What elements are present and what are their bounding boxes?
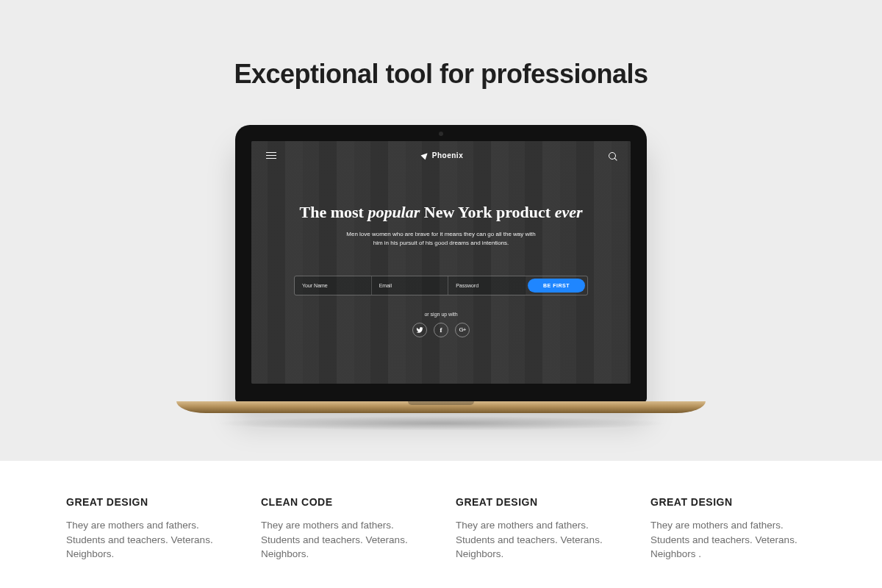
feature-body: They are mothers and fathers. Students a… xyxy=(66,518,232,562)
laptop-shadow xyxy=(213,416,669,431)
signup-with-label: or sign up with xyxy=(281,312,601,317)
google-plus-icon[interactable]: G+ xyxy=(455,323,470,337)
camera-dot xyxy=(439,132,443,136)
feature-title: GREAT DESIGN xyxy=(456,496,621,508)
social-buttons: f G+ xyxy=(281,323,601,337)
name-input[interactable]: Your Name xyxy=(295,276,372,295)
laptop-mockup: Phoenix The most popular New York produc… xyxy=(176,125,706,431)
laptop-screen: Phoenix The most popular New York produc… xyxy=(251,141,631,384)
feature-column: GREAT DESIGNThey are mothers and fathers… xyxy=(456,496,621,562)
search-icon[interactable] xyxy=(609,152,616,159)
hamburger-icon[interactable] xyxy=(266,152,276,159)
screen-hero-title: The most popular New York product ever xyxy=(281,202,601,223)
feature-title: GREAT DESIGN xyxy=(650,496,816,508)
signup-button[interactable]: BE FIRST xyxy=(528,279,585,293)
twitter-icon[interactable] xyxy=(412,323,427,337)
brand-logo[interactable]: Phoenix xyxy=(422,151,463,159)
screen-topbar: Phoenix xyxy=(251,141,631,159)
feature-title: CLEAN CODE xyxy=(261,496,426,508)
facebook-icon[interactable]: f xyxy=(434,323,448,337)
email-input[interactable]: Email xyxy=(372,276,449,295)
page-title: Exceptional tool for professionals xyxy=(0,0,882,90)
feature-body: They are mothers and fathers. Students a… xyxy=(456,518,621,562)
feature-column: CLEAN CODEThey are mothers and fathers. … xyxy=(261,496,426,562)
feature-column: GREAT DESIGNThey are mothers and fathers… xyxy=(650,496,816,562)
laptop-lid: Phoenix The most popular New York produc… xyxy=(235,125,647,403)
feature-body: They are mothers and fathers. Students a… xyxy=(650,518,816,562)
hero-section: Exceptional tool for professionals Phoen… xyxy=(0,0,882,461)
laptop-base xyxy=(176,401,706,413)
feature-column: GREAT DESIGNThey are mothers and fathers… xyxy=(66,496,232,562)
feature-title: GREAT DESIGN xyxy=(66,496,232,508)
features-section: GREAT DESIGNThey are mothers and fathers… xyxy=(0,461,882,562)
feature-body: They are mothers and fathers. Students a… xyxy=(261,518,426,562)
screen-hero-subtitle: Men love women who are brave for it mean… xyxy=(342,230,540,248)
screen-hero: The most popular New York product ever M… xyxy=(251,159,631,337)
password-input[interactable]: Password xyxy=(448,276,526,295)
signup-form: Your Name Email Password BE FIRST xyxy=(294,276,588,295)
